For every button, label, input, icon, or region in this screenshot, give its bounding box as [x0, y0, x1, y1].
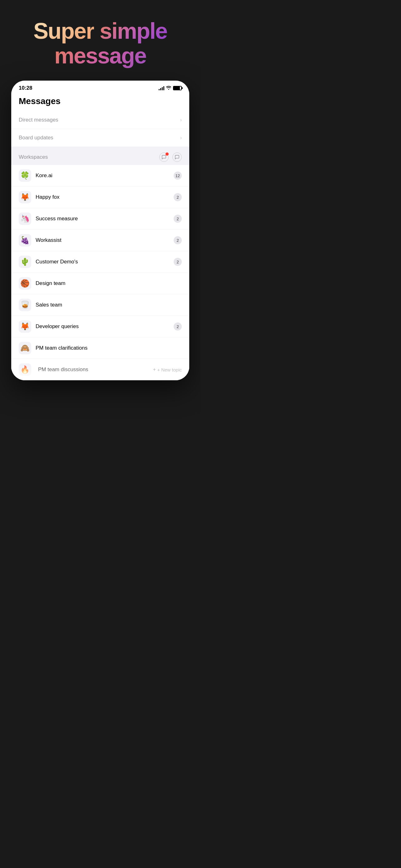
workspace-name-koreai: Kore.ai — [36, 173, 174, 179]
direct-messages-row[interactable]: Direct messages › — [11, 111, 189, 129]
phone-mockup: 10:28 Messages — [11, 81, 189, 380]
battery-icon — [173, 86, 182, 90]
workspaces-header: Workspaces — [11, 149, 189, 165]
workspace-emoji-pmdiscussions: 🔥 — [19, 363, 31, 376]
workspace-badge-customerdemos: 2 — [174, 258, 182, 266]
workspace-item-pmclarifications[interactable]: 🙈 PM team clarifications — [11, 337, 189, 359]
hero-word-super: Super — [33, 19, 94, 43]
direct-messages-label: Direct messages — [19, 117, 58, 123]
workspace-emoji-developerqueries: 🦊 — [19, 320, 31, 333]
section-divider — [11, 147, 189, 149]
workspace-name-customerdemos: Customer Demo's — [36, 259, 174, 265]
hero-word-simple: simple — [100, 19, 167, 43]
hero-word-message: message — [54, 43, 146, 68]
workspace-item-successmeasure[interactable]: 🦄 Success measure 2 — [11, 208, 189, 230]
plus-icon: + — [153, 367, 156, 372]
workspace-badge-developerqueries: 2 — [174, 322, 182, 331]
workspace-badge-workassist: 2 — [174, 236, 182, 244]
workspace-name-salesteam: Sales team — [36, 302, 182, 308]
workspace-emoji-happyfox: 🦊 — [19, 191, 31, 204]
workspace-name-pmclarifications: PM team clarifications — [36, 345, 182, 351]
signal-bars-icon — [159, 86, 164, 90]
workspace-item-workassist[interactable]: 🍇 Workassist 2 — [11, 230, 189, 251]
workspace-emoji-salesteam: 🥃 — [19, 299, 31, 311]
workspace-item-customerdemos[interactable]: 🌵 Customer Demo's 2 — [11, 251, 189, 273]
workspace-item-happyfox[interactable]: 🦊 Happy fox 2 — [11, 187, 189, 208]
workspace-list: 🍀 Kore.ai 12 🦊 Happy fox 2 🦄 Success mea… — [11, 165, 189, 380]
workspace-badge-happyfox: 2 — [174, 193, 182, 201]
workspace-name-designteam: Design team — [36, 280, 182, 286]
board-updates-row[interactable]: Board updates › — [11, 129, 189, 147]
workspace-emoji-koreai: 🍀 — [19, 169, 31, 182]
workspace-name-pmdiscussions: PM team discussions — [38, 367, 151, 373]
messages-header: Messages — [11, 94, 189, 111]
workspace-name-developerqueries: Developer queries — [36, 323, 174, 330]
status-icons — [159, 86, 182, 91]
workspace-name-workassist: Workassist — [36, 237, 174, 243]
workspace-actions — [159, 153, 182, 162]
new-topic-label: + New topic — [157, 367, 182, 372]
status-bar: 10:28 — [11, 81, 189, 94]
workspace-name-successmeasure: Success measure — [36, 216, 174, 222]
workspace-item-developerqueries[interactable]: 🦊 Developer queries 2 — [11, 316, 189, 337]
workspaces-label: Workspaces — [19, 154, 48, 160]
workspace-emoji-designteam: 🏀 — [19, 277, 31, 290]
hero-title: Super simple message — [9, 19, 191, 68]
workspace-emoji-customerdemos: 🌵 — [19, 256, 31, 268]
new-message-icon[interactable] — [172, 153, 182, 162]
workspace-emoji-successmeasure: 🦄 — [19, 213, 31, 225]
workspace-item-designteam[interactable]: 🏀 Design team — [11, 273, 189, 294]
workspace-item-koreai[interactable]: 🍀 Kore.ai 12 — [11, 165, 189, 187]
workspace-badge-koreai: 12 — [174, 172, 182, 180]
chevron-right-icon: › — [180, 117, 182, 123]
hero-section: Super simple message — [0, 0, 201, 81]
message-notification-icon[interactable] — [159, 153, 169, 162]
workspace-name-happyfox: Happy fox — [36, 194, 174, 200]
status-time: 10:28 — [19, 85, 32, 91]
workspace-item-pmdiscussions[interactable]: 🔥 PM team discussions + + New topic — [11, 359, 189, 380]
new-topic-action[interactable]: + + New topic — [153, 367, 182, 372]
chevron-right-icon: › — [180, 135, 182, 141]
messages-page-title: Messages — [19, 96, 182, 106]
workspace-emoji-workassist: 🍇 — [19, 234, 31, 247]
messages-content: Direct messages › Board updates › Worksp… — [11, 111, 189, 380]
wifi-icon — [166, 86, 171, 91]
workspace-badge-successmeasure: 2 — [174, 215, 182, 223]
workspace-emoji-pmclarifications: 🙈 — [19, 342, 31, 354]
board-updates-label: Board updates — [19, 135, 54, 141]
workspace-item-salesteam[interactable]: 🥃 Sales team — [11, 294, 189, 316]
